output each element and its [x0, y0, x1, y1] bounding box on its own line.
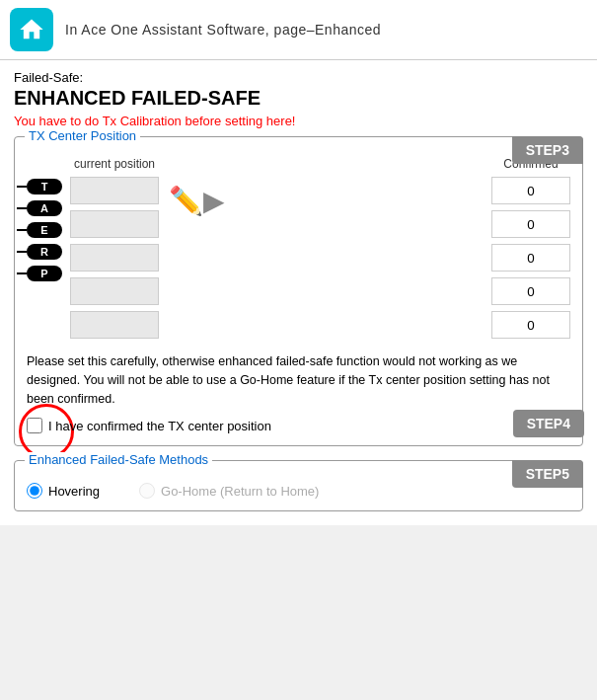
channel-labels: T A E R P	[27, 179, 62, 281]
header-title: In Ace One Assistant Software, page–Enha…	[65, 22, 381, 38]
channel-E: E	[27, 222, 62, 238]
failed-safe-label: Failed-Safe:	[14, 70, 583, 85]
tx-center-position-section: TX Center Position STEP3 T A E R P	[14, 136, 583, 446]
channel-R-label: R	[27, 244, 62, 260]
checkbox-label: I have confirmed the TX center position	[48, 419, 271, 433]
channel-T-label: T	[27, 179, 62, 194]
main-content: Failed-Safe: ENHANCED FAILED-SAFE You ha…	[0, 60, 597, 525]
methods-section-title: Enhanced Failed-Safe Methods	[25, 452, 212, 467]
current-position-col: current position	[70, 157, 159, 339]
current-pos-A[interactable]	[70, 210, 159, 238]
channel-R: R	[27, 244, 62, 260]
confirmed-R[interactable]	[491, 277, 570, 305]
confirmed-col: Confirmed	[491, 157, 570, 339]
hovering-label: Hovering	[48, 484, 100, 499]
radio-go-home: Go-Home (Return to Home)	[139, 483, 319, 499]
channel-P-label: P	[27, 266, 62, 281]
page-title: ENHANCED FAILED-SAFE	[14, 87, 583, 110]
step4-button[interactable]: STEP4	[513, 410, 584, 437]
radio-row: Hovering Go-Home (Return to Home)	[27, 483, 570, 499]
go-home-label: Go-Home (Return to Home)	[161, 484, 319, 499]
current-pos-E[interactable]	[70, 244, 159, 272]
confirmed-T[interactable]	[491, 177, 570, 204]
confirmed-A[interactable]	[491, 210, 570, 238]
current-pos-T[interactable]	[70, 177, 159, 204]
radio-hovering: Hovering	[27, 483, 100, 499]
warning-text: You have to do Tx Calibration before set…	[14, 114, 583, 128]
tx-center-confirmed-checkbox[interactable]	[27, 418, 42, 433]
step5-button[interactable]: STEP5	[512, 460, 583, 488]
home-icon	[18, 16, 45, 43]
confirmed-E[interactable]	[491, 244, 570, 272]
current-pos-R[interactable]	[70, 277, 159, 305]
methods-section: Enhanced Failed-Safe Methods STEP5 Hover…	[14, 460, 583, 511]
current-position-header: current position	[74, 157, 155, 171]
header: In Ace One Assistant Software, page–Enha…	[0, 0, 597, 60]
checkbox-row: I have confirmed the TX center position …	[27, 418, 570, 433]
channel-E-label: E	[27, 222, 62, 238]
home-button[interactable]	[10, 8, 53, 51]
step3-button[interactable]: STEP3	[512, 136, 583, 164]
channel-T: T	[27, 179, 62, 194]
tx-section-title: TX Center Position	[25, 128, 140, 143]
description-area: Please set this carefully, otherwise enh…	[27, 352, 570, 433]
tx-content: T A E R P current position	[27, 157, 570, 339]
confirmed-inputs	[491, 177, 570, 339]
go-home-radio[interactable]	[139, 483, 155, 499]
confirm-arrow: ✏️▶	[169, 185, 225, 217]
channel-A: A	[27, 200, 62, 216]
channel-A-label: A	[27, 200, 62, 216]
description-text: Please set this carefully, otherwise enh…	[27, 352, 570, 408]
current-pos-P[interactable]	[70, 311, 159, 339]
confirmed-P[interactable]	[491, 311, 570, 339]
hovering-radio[interactable]	[27, 483, 42, 499]
current-position-inputs	[70, 177, 159, 339]
pencil-arrow-icon: ✏️▶	[169, 185, 225, 217]
channel-P: P	[27, 266, 62, 281]
